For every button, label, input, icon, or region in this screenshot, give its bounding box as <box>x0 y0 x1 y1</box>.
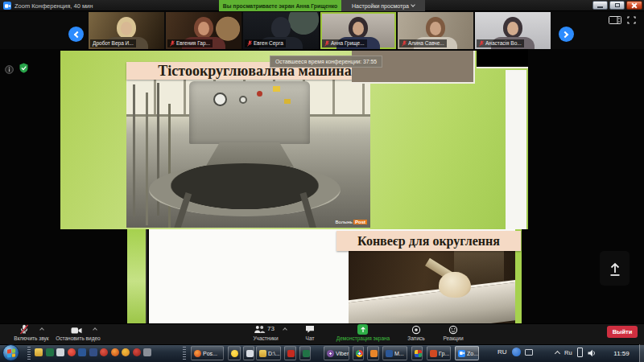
chevron-left-icon <box>74 31 80 37</box>
record-icon[interactable] <box>411 325 421 335</box>
participant-face <box>430 22 441 35</box>
reactions-smiley-icon[interactable] <box>448 325 458 335</box>
encryption-shield-icon[interactable] <box>19 62 28 76</box>
participant-nametag: Анастасія Во... <box>477 39 524 47</box>
taskbar-button[interactable] <box>243 346 254 360</box>
muted-mic-icon <box>402 40 407 47</box>
start-button[interactable] <box>2 344 19 361</box>
meeting-info-icon[interactable] <box>5 63 14 77</box>
participant-video[interactable]: Евгения Гар... <box>166 12 242 49</box>
leave-meeting-button[interactable]: Выйти <box>607 326 638 338</box>
close-button[interactable] <box>626 1 642 10</box>
speaker-tray-icon[interactable] <box>588 349 597 357</box>
muted-mic-icon <box>324 40 329 47</box>
taskbar-button[interactable] <box>367 346 379 360</box>
taskbar-separator <box>27 347 31 360</box>
taskbar-clock[interactable]: 11:59 <box>605 344 638 362</box>
muted-mic-icon <box>170 40 175 47</box>
scroll-participants-right-button[interactable] <box>559 27 574 42</box>
restore-button[interactable] <box>609 1 625 10</box>
participant-video[interactable]: Евген Серга <box>243 12 319 49</box>
taskbar-button[interactable] <box>228 346 241 360</box>
arrow-up-indicator[interactable] <box>600 251 630 286</box>
participant-video-active-speaker[interactable]: Анна Грище... <box>320 12 396 49</box>
gallery-view-icon[interactable] <box>609 16 621 24</box>
excel-quicklaunch-icon[interactable] <box>46 348 54 356</box>
word-quicklaunch-icon[interactable] <box>78 348 86 356</box>
scroll-participants-left-button[interactable] <box>68 27 84 42</box>
participant-video[interactable]: Алина Савче... <box>398 12 473 49</box>
unmute-button[interactable]: Включить звук <box>6 335 56 341</box>
taskbar-button-label: Viber <box>336 351 349 356</box>
participant-nametag: Алина Савче... <box>399 39 447 47</box>
taskbar-button-label: Zo... <box>467 351 478 356</box>
firefox-quicklaunch-icon[interactable] <box>111 348 119 356</box>
chat-icon[interactable] <box>305 325 315 334</box>
taskbar-button[interactable]: Viber <box>324 346 349 360</box>
language-help-icon[interactable] <box>512 348 521 356</box>
opera-quicklaunch-icon[interactable] <box>68 348 76 356</box>
indicator-light <box>284 99 291 104</box>
share-screen-icon[interactable] <box>357 324 368 335</box>
folder-quicklaunch-icon[interactable] <box>35 348 43 356</box>
watermark-text: Волынь <box>336 220 353 224</box>
app-quicklaunch-icon[interactable] <box>143 348 151 356</box>
stop-video-button-icon[interactable] <box>71 327 82 335</box>
chrome-icon <box>356 350 363 357</box>
taskbar-button[interactable]: D:\... <box>256 346 281 360</box>
photos-icon <box>415 350 422 357</box>
taskbar-button[interactable]: Гр... <box>427 346 451 360</box>
explorer-folder-icon <box>259 350 266 357</box>
dough-rounding-machine-photo: ВолыньPost <box>126 78 370 228</box>
slide2-title: Конвеєр для округлення <box>336 231 521 251</box>
view-settings-button[interactable]: Настройки просмотра <box>341 0 425 11</box>
participant-video[interactable]: Анастасія Во... <box>475 12 551 49</box>
media-quicklaunch-icon[interactable] <box>100 348 108 356</box>
participant-face <box>121 22 132 35</box>
indicator-light <box>273 86 280 92</box>
language-indicator[interactable]: RU <box>497 348 507 356</box>
antivirus-quicklaunch-icon[interactable] <box>122 348 130 356</box>
participant-name: Евген Серга <box>254 40 283 47</box>
conveyor-photo <box>349 251 515 323</box>
stop-video-button[interactable]: Остановить видео <box>50 335 106 341</box>
taskbar-button[interactable] <box>284 346 296 360</box>
remaining-time-tooltip: Оставшееся время конференции: 37:55 <box>270 56 382 68</box>
messenger-icon <box>231 350 238 357</box>
red-knob <box>257 91 262 97</box>
participant-nametag: Евгения Гар... <box>167 39 213 47</box>
tray-language[interactable]: Ru <box>564 349 572 356</box>
share-screen-button[interactable]: Демонстрация экрана <box>326 335 400 341</box>
player-quicklaunch-icon[interactable] <box>133 348 141 356</box>
participant-name: Дробот Вера И... <box>93 40 134 47</box>
dough-ball <box>439 272 471 298</box>
taskbar-separator <box>183 347 186 360</box>
participant-video[interactable]: Дробот Вера И... <box>89 12 164 49</box>
taskbar-button-zoom-active[interactable]: Zo... <box>455 346 479 360</box>
taskbar-button[interactable] <box>411 346 423 360</box>
device-tray-icon[interactable] <box>577 348 583 357</box>
document-quicklaunch-icon[interactable] <box>56 348 64 356</box>
taskbar-button[interactable]: Pos... <box>191 346 224 360</box>
muted-mic-button-icon[interactable] <box>19 324 29 335</box>
chat-button[interactable]: Чат <box>294 335 326 341</box>
commander-quicklaunch-icon[interactable] <box>89 348 97 356</box>
record-button[interactable]: Запись <box>400 335 432 341</box>
orange-app-icon <box>370 350 378 357</box>
titlebar: Zoom Конференция, 40 мин Вы просматривае… <box>0 0 644 11</box>
taskbar-button[interactable] <box>299 346 311 360</box>
photo-watermark: ВолыньPost <box>336 220 367 224</box>
windows-logo-icon <box>7 348 15 357</box>
slide2-left-border <box>127 229 147 323</box>
presentation-background-notch <box>477 49 528 68</box>
show-desktop-button[interactable] <box>639 344 644 362</box>
taskbar-button[interactable]: M... <box>382 346 407 360</box>
participants-button[interactable]: Участники <box>242 335 290 341</box>
participants-icon[interactable] <box>254 325 266 334</box>
keyboard-layout-icon[interactable] <box>525 349 533 356</box>
reactions-button[interactable]: Реакции <box>437 335 469 341</box>
minimize-button[interactable] <box>592 1 608 10</box>
view-settings-label: Настройки просмотра <box>352 3 409 9</box>
fullscreen-icon[interactable] <box>627 16 636 24</box>
taskbar-button[interactable] <box>353 346 364 360</box>
